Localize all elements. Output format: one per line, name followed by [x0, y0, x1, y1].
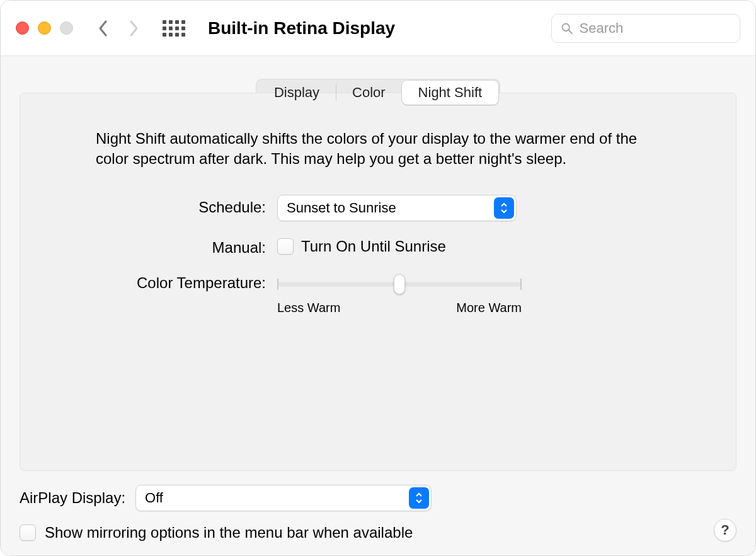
window-title: Built-in Retina Display: [208, 18, 540, 38]
nav-arrows: [97, 19, 140, 38]
mirroring-row: Show mirroring options in the menu bar w…: [20, 524, 736, 542]
mirroring-checkbox[interactable]: [20, 524, 36, 541]
airplay-popup[interactable]: Off: [135, 485, 432, 511]
schedule-label: Schedule:: [96, 195, 266, 216]
search-input[interactable]: [580, 20, 731, 37]
schedule-popup[interactable]: Sunset to Sunrise: [277, 195, 517, 221]
color-temperature-label: Color Temperature:: [96, 270, 266, 292]
manual-checkbox-label: Turn On Until Sunrise: [301, 238, 446, 255]
toolbar: Built-in Retina Display: [1, 1, 755, 56]
search-field[interactable]: [551, 14, 740, 43]
color-temperature-row: Color Temperature: Less Warm More Warm: [96, 270, 660, 315]
slider-min-label: Less Warm: [277, 301, 340, 315]
show-all-preferences-button[interactable]: [163, 20, 185, 37]
zoom-window-button-disabled: [60, 21, 73, 35]
slider-max-label: More Warm: [456, 301, 522, 315]
preferences-window: Built-in Retina Display Display Color Ni…: [0, 0, 756, 556]
tab-color[interactable]: Color: [336, 81, 402, 105]
tab-night-shift[interactable]: Night Shift: [402, 81, 499, 105]
color-temperature-slider[interactable]: [277, 277, 522, 292]
manual-label: Manual:: [96, 235, 266, 257]
window-controls: [16, 21, 73, 35]
night-shift-description: Night Shift automatically shifts the col…: [96, 129, 660, 170]
airplay-row: AirPlay Display: Off: [20, 485, 736, 511]
night-shift-panel: Night Shift automatically shifts the col…: [20, 93, 736, 471]
manual-checkbox[interactable]: [277, 238, 294, 255]
slider-tick-max: [520, 279, 522, 290]
forward-button-disabled: [127, 19, 140, 38]
manual-row: Manual: Turn On Until Sunrise: [96, 235, 660, 257]
tab-bar: Display Color Night Shift: [256, 79, 500, 107]
tab-display[interactable]: Display: [258, 81, 336, 105]
airplay-value: Off: [145, 490, 163, 506]
slider-thumb[interactable]: [394, 274, 405, 294]
slider-tick-min: [277, 279, 278, 290]
airplay-label: AirPlay Display:: [20, 489, 125, 507]
close-window-button[interactable]: [16, 21, 29, 35]
svg-line-1: [569, 30, 572, 33]
footer: AirPlay Display: Off Show mirroring opti…: [20, 475, 736, 542]
minimize-window-button[interactable]: [38, 21, 51, 35]
content-area: Display Color Night Shift Night Shift au…: [1, 56, 755, 555]
schedule-value: Sunset to Sunrise: [287, 200, 396, 216]
popup-stepper-icon: [409, 487, 429, 509]
schedule-row: Schedule: Sunset to Sunrise: [96, 195, 660, 221]
popup-stepper-icon: [494, 197, 514, 219]
mirroring-checkbox-label: Show mirroring options in the menu bar w…: [45, 524, 413, 542]
help-button[interactable]: ?: [714, 519, 736, 542]
back-button[interactable]: [97, 19, 110, 38]
search-icon: [561, 21, 573, 35]
